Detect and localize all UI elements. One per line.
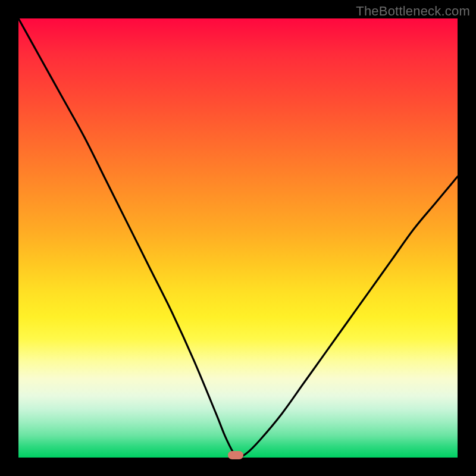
optimal-point-marker	[228, 451, 243, 459]
chart-plot-area	[18, 18, 458, 458]
bottleneck-curve	[18, 18, 458, 458]
chart-frame: TheBottleneck.com	[0, 0, 476, 476]
watermark-text: TheBottleneck.com	[356, 4, 470, 19]
